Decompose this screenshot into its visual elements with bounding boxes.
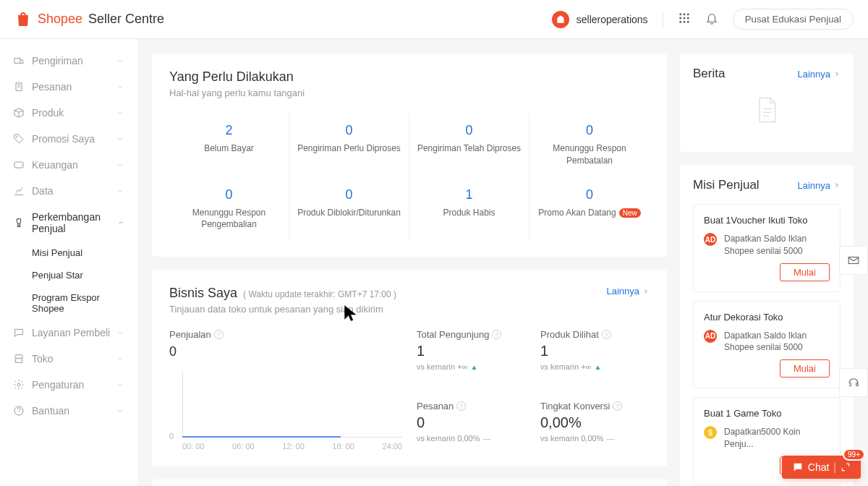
nav-produk[interactable]: Produk bbox=[0, 100, 137, 126]
todo-value: 2 bbox=[176, 123, 281, 138]
todo-value: 0 bbox=[417, 123, 522, 138]
trophy-icon bbox=[13, 217, 25, 229]
todo-label: Menunggu Respon Pembatalan bbox=[537, 142, 642, 167]
stat-block: Total Pengunjung ? 1 vs kemarin +∞ ▲ bbox=[417, 329, 526, 379]
chevron-down-icon bbox=[116, 108, 124, 117]
nav-bantuan[interactable]: Bantuan bbox=[0, 398, 137, 424]
todo-label: Pengiriman Perlu Diproses bbox=[297, 142, 401, 155]
todo-item[interactable]: 0 Promo Akan DatangNew bbox=[529, 177, 650, 242]
chart-xlabel: 24:00 bbox=[382, 442, 402, 451]
chevron-down-icon bbox=[116, 328, 124, 337]
todo-item[interactable]: 2 Belum Bayar bbox=[169, 113, 289, 177]
mission-item: Atur Dekorasi Toko AD Dapatkan Saldo Ikl… bbox=[693, 301, 841, 389]
todo-value: 0 bbox=[297, 123, 401, 138]
info-icon[interactable]: ? bbox=[613, 401, 622, 411]
info-icon[interactable]: ? bbox=[602, 330, 611, 339]
nav-layanan[interactable]: Layanan Pembeli bbox=[0, 320, 137, 346]
education-center-button[interactable]: Pusat Edukasi Penjual bbox=[733, 9, 854, 30]
nav-toko[interactable]: Toko bbox=[0, 346, 137, 372]
shopee-logo-icon bbox=[14, 11, 32, 28]
chart-xlabel: 00: 00 bbox=[182, 442, 205, 451]
chevron-down-icon bbox=[116, 161, 124, 169]
trend-up-icon: ▲ bbox=[471, 363, 478, 371]
todo-item[interactable]: 0 Menunggu Respon Pengembalian bbox=[169, 177, 289, 242]
todo-item[interactable]: 0 Produk Diblokir/Diturunkan bbox=[289, 177, 409, 242]
chat-icon bbox=[13, 327, 25, 338]
expand-icon bbox=[841, 462, 851, 472]
floating-rail bbox=[839, 246, 868, 396]
mission-title: Atur Dekorasi Toko bbox=[704, 312, 830, 323]
todo-item[interactable]: 0 Menunggu Respon Pembatalan bbox=[529, 113, 650, 177]
mission-reward-icon: AD bbox=[704, 330, 717, 343]
main-content: Yang Perlu Dilakukan Hal-hal yang perlu … bbox=[137, 39, 868, 486]
nav-pesanan[interactable]: Pesanan bbox=[0, 74, 137, 100]
float-headset-button[interactable] bbox=[839, 368, 868, 397]
nav-data[interactable]: Data bbox=[0, 178, 137, 204]
chart-xlabel: 06: 00 bbox=[232, 442, 255, 451]
todo-title: Yang Perlu Dilakukan bbox=[169, 69, 650, 85]
nav-label: Pengiriman bbox=[32, 55, 83, 67]
header-brand[interactable]: Shopee Seller Centre bbox=[14, 11, 164, 28]
business-more-link[interactable]: Lainnya bbox=[606, 286, 650, 297]
store-icon bbox=[13, 353, 25, 364]
stat-compare: vs kemarin +∞ ▲ bbox=[417, 362, 526, 371]
nav-label: Promosi Saya bbox=[32, 133, 95, 145]
business-chart-block: Penjualan? 0 0 00: 0006: 0012: 0018: 002… bbox=[169, 329, 402, 451]
svg-point-5 bbox=[686, 17, 689, 20]
chevron-down-icon bbox=[116, 354, 124, 363]
float-mail-button[interactable] bbox=[839, 246, 868, 275]
todo-value: 0 bbox=[537, 187, 642, 202]
user-menu[interactable]: selleroperations bbox=[552, 11, 648, 28]
todo-value: 0 bbox=[297, 187, 401, 202]
empty-document-icon bbox=[754, 95, 779, 124]
news-more-link[interactable]: Lainnya bbox=[797, 69, 841, 80]
todo-item[interactable]: 0 Pengiriman Perlu Diproses bbox=[289, 113, 409, 177]
nav-promosi[interactable]: Promosi Saya bbox=[0, 126, 137, 152]
nav-sub-misi[interactable]: Misi Penjual bbox=[0, 242, 137, 264]
chevron-up-icon bbox=[117, 218, 124, 227]
nav-perkembangan[interactable]: Perkembangan Penjual bbox=[0, 204, 137, 242]
chevron-down-icon bbox=[116, 82, 124, 91]
todo-value: 0 bbox=[176, 187, 281, 202]
truck-icon bbox=[13, 55, 25, 67]
chevron-down-icon bbox=[116, 187, 124, 195]
chevron-down-icon bbox=[116, 406, 124, 415]
chat-widget[interactable]: Chat | 99+ bbox=[782, 456, 861, 479]
mission-start-button[interactable]: Mulai bbox=[780, 263, 830, 281]
nav-pengaturan[interactable]: Pengaturan bbox=[0, 372, 137, 398]
nav-label: Toko bbox=[32, 353, 54, 364]
tag-icon bbox=[13, 133, 25, 145]
apps-grid-icon[interactable] bbox=[678, 12, 691, 27]
stat-label: Total Pengunjung bbox=[417, 329, 489, 340]
business-card: Bisnis Saya ( Waktu update terakhir: GMT… bbox=[152, 270, 667, 466]
todo-label: Pengiriman Telah Diproses bbox=[417, 142, 522, 155]
mission-reward-icon: AD bbox=[704, 233, 717, 246]
info-icon[interactable]: ? bbox=[456, 401, 466, 411]
trend-flat-icon: — bbox=[606, 434, 614, 443]
news-card: Berita Lainnya bbox=[680, 54, 854, 152]
sidebar: Pengiriman Pesanan Produk Promosi Saya K… bbox=[0, 39, 137, 486]
todo-subtitle: Hal-hal yang perlu kamu tangani bbox=[169, 88, 650, 98]
info-icon[interactable]: ? bbox=[492, 330, 501, 339]
stat-label: Produk Dilihat bbox=[540, 329, 599, 340]
nav-sub-star[interactable]: Penjual Star bbox=[0, 264, 137, 286]
user-name-label: selleroperations bbox=[576, 14, 648, 25]
stat-compare: vs kemarin 0,00% — bbox=[540, 434, 650, 443]
notifications-icon[interactable] bbox=[705, 12, 718, 27]
info-icon[interactable]: ? bbox=[214, 330, 224, 339]
nav-keuangan[interactable]: Keuangan bbox=[0, 152, 137, 178]
todo-item[interactable]: 1 Produk Habis bbox=[409, 177, 529, 242]
chevron-down-icon bbox=[116, 56, 124, 65]
business-subtitle: Tinjauan data toko untuk pesanan yang si… bbox=[169, 304, 396, 315]
stat-block: Tingkat Konversi ? 0,00% vs kemarin 0,00… bbox=[540, 401, 650, 451]
sales-value: 0 bbox=[169, 344, 402, 359]
stat-compare: vs kemarin 0,00% — bbox=[417, 434, 526, 443]
nav-sub-ekspor[interactable]: Program Ekspor Shopee bbox=[0, 286, 137, 320]
todo-item[interactable]: 0 Pengiriman Telah Diproses bbox=[409, 113, 529, 177]
chevron-right-icon bbox=[833, 182, 841, 189]
nav-pengiriman[interactable]: Pengiriman bbox=[0, 48, 137, 74]
mission-start-button[interactable]: Mulai bbox=[780, 359, 830, 378]
chevron-right-icon bbox=[833, 70, 841, 77]
missions-more-link[interactable]: Lainnya bbox=[797, 180, 841, 191]
nav-label: Pesanan bbox=[32, 81, 72, 93]
